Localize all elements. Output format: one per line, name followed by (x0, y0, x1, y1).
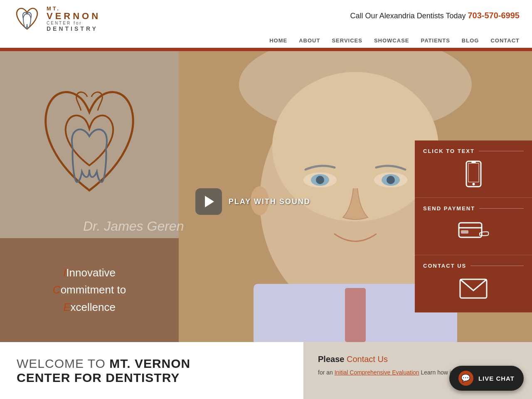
svg-rect-18 (459, 223, 482, 237)
contact-us-label: CONTACT US (423, 263, 466, 269)
welcome-section: WELCOME TO MT. VERNON CENTER FOR DENTIST… (0, 342, 303, 399)
right-sidebar: CLICK TO TEXT SEND PAYMENT (415, 140, 532, 313)
svg-point-10 (316, 176, 324, 184)
play-button[interactable] (195, 188, 222, 215)
nav-patients[interactable]: PATIENTS (421, 37, 450, 44)
send-payment-label: SEND PAYMENT (423, 205, 475, 212)
send-payment-panel[interactable]: SEND PAYMENT (415, 198, 532, 255)
nav-services[interactable]: SERVICES (332, 37, 362, 44)
hero-left-panel (0, 51, 179, 238)
logo-text: MT. VERNON CENTER for DENTISTRY (47, 5, 101, 32)
svg-point-16 (472, 183, 475, 185)
hero-tooth-heart-icon (31, 82, 148, 207)
hero-tagline-panel: IInnovative Commitment to Excellence (0, 238, 179, 342)
svg-rect-20 (461, 230, 468, 234)
contact-us-panel[interactable]: CONTACT US (415, 255, 532, 313)
doctor-name-watermark: Dr. James Geren (83, 219, 184, 234)
initial-eval-link[interactable]: Initial Comprehensive Evaluation (335, 369, 419, 376)
nav-blog[interactable]: BLOG (462, 37, 479, 44)
live-chat-widget[interactable]: 💬 LIVE CHAT (449, 366, 524, 391)
play-button-area[interactable]: PLAY WITH SOUND (195, 188, 310, 215)
hero-tagline: IInnovative Commitment to Excellence (53, 264, 126, 316)
mail-icon (459, 277, 488, 300)
hero-section: IInnovative Commitment to Excellence PLA… (0, 51, 532, 342)
logo-icon (12, 4, 42, 33)
site-header: MT. VERNON CENTER for DENTISTRY Call Our… (0, 0, 532, 37)
nav-about[interactable]: ABOUT (299, 37, 320, 44)
panel-divider-2 (479, 208, 524, 209)
welcome-title: WELCOME TO MT. VERNON (17, 357, 287, 371)
phone-icon (462, 160, 485, 187)
nav-home[interactable]: HOME (269, 37, 287, 44)
welcome-subtitle: CENTER FOR DENTISTRY (17, 371, 287, 385)
logo-area[interactable]: MT. VERNON CENTER for DENTISTRY (12, 4, 101, 33)
panel-divider-3 (470, 266, 524, 266)
svg-rect-5 (345, 288, 366, 342)
contact-us-link[interactable]: Contact Us (347, 355, 388, 364)
header-right: Call Our Alexandria Dentists Today 703-5… (350, 11, 520, 27)
phone-line: Call Our Alexandria Dentists Today 703-5… (350, 11, 520, 20)
phone-number[interactable]: 703-570-6995 (468, 11, 520, 20)
svg-rect-15 (468, 163, 479, 182)
click-to-text-label: CLICK TO TEXT (423, 148, 475, 154)
live-chat-label: LIVE CHAT (478, 375, 515, 382)
click-to-text-panel[interactable]: CLICK TO TEXT (415, 140, 532, 198)
chat-bubble-icon: 💬 (458, 371, 473, 386)
contact-title: Please Contact Us (318, 355, 517, 364)
play-text[interactable]: PLAY WITH SOUND (229, 197, 310, 206)
main-nav: HOME ABOUT SERVICES SHOWCASE PATIENTS BL… (0, 37, 532, 48)
nav-showcase[interactable]: SHOWCASE (374, 37, 409, 44)
svg-rect-17 (471, 162, 476, 163)
nav-contact[interactable]: CONTACT (490, 37, 520, 44)
play-triangle-icon (205, 196, 214, 207)
panel-divider (479, 151, 524, 151)
svg-point-11 (387, 176, 395, 184)
red-accent-bar (0, 48, 532, 51)
main-nav (507, 23, 520, 27)
payment-icon (457, 219, 490, 244)
